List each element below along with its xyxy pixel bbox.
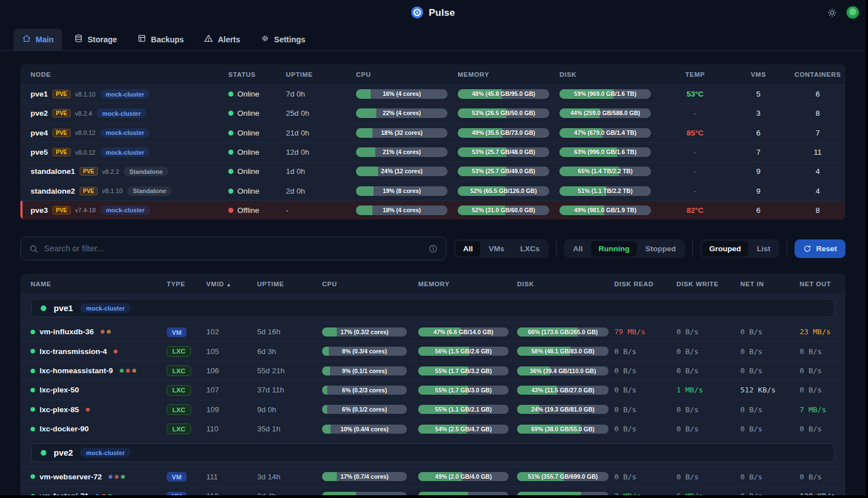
tab-alerts[interactable]: Alerts: [196, 29, 249, 50]
node-row[interactable]: standalone1PVEv8.2.2StandaloneOnline1d 0…: [20, 161, 845, 181]
node-row[interactable]: pve1PVEv8.1.10mock-clusterOnline7d 0h16%…: [20, 84, 845, 103]
guest-name: vm-fastapi-71: [40, 492, 89, 495]
guest-cpu-cell: 17% (0.3/2 cores): [322, 327, 418, 337]
running-dot: [31, 330, 35, 334]
offline-dot: [228, 208, 233, 213]
tab-storage[interactable]: Storage: [66, 29, 125, 50]
node-group-header[interactable]: pve1mock-cluster: [31, 299, 835, 317]
node-row[interactable]: pve4PVEv8.0.12mock-clusterOnline21d 0h18…: [20, 123, 845, 142]
tab-settings[interactable]: Settings: [252, 29, 314, 50]
guest-disk-read: 2 MB/s: [614, 492, 676, 495]
guest-cpu-cell: 10% (0.4/4 cores): [322, 425, 418, 434]
node-temp: -: [663, 109, 727, 117]
segment-running[interactable]: Running: [591, 241, 637, 256]
bar-label: 47% (679.0 GB/1.4 TB): [559, 128, 651, 138]
guests-col-header[interactable]: NAME: [31, 281, 167, 287]
guest-row[interactable]: lxc-homeassistant-9LXC10655d 21h9% (0.1/…: [20, 361, 845, 380]
guests-col-header[interactable]: NET IN: [740, 281, 800, 287]
node-version: v8.1.10: [75, 91, 96, 98]
filter-divider: [556, 241, 557, 256]
bar-label: 8% (0.3/4 cores): [322, 347, 407, 356]
segment-vms[interactable]: VMs: [481, 241, 512, 256]
guests-col-header[interactable]: TYPE: [167, 281, 206, 287]
guests-col-header[interactable]: VMID▲: [206, 281, 257, 287]
memory-bar: 54% (2.5 GB/4.7 GB): [418, 425, 509, 434]
nodes-col-header: DISK: [559, 71, 663, 78]
guests-col-header[interactable]: MEMORY: [418, 281, 517, 287]
segment-grouped[interactable]: Grouped: [702, 241, 748, 256]
segment-all[interactable]: All: [566, 241, 590, 256]
bar-label: 18% (32 cores): [356, 128, 448, 138]
segment-lxcs[interactable]: LXCs: [513, 241, 547, 256]
segment-list[interactable]: List: [749, 241, 778, 256]
guest-tag-dots: [86, 408, 90, 412]
node-disk-cell: 63% (996.0 GB/1.6 TB): [559, 147, 663, 157]
guest-net-out: 0 B/s: [800, 366, 845, 375]
node-row[interactable]: standalone2PVEv8.1.10StandaloneOnline2d …: [20, 181, 845, 200]
backups-icon: [137, 34, 146, 45]
guest-row[interactable]: lxc-transmission-4LXC1056d 3h8% (0.3/4 c…: [20, 341, 845, 360]
guest-disk-read: 0 B/s: [614, 386, 676, 394]
node-temp: 53°C: [663, 90, 727, 98]
guest-row[interactable]: vm-webserver-72VM1113d 14h17% (0.7/4 cor…: [20, 466, 845, 486]
guest-type-filter: AllVMsLXCs: [454, 239, 549, 258]
guest-memory-cell: 56% (1.5 GB/2.6 GB): [418, 347, 517, 356]
guest-row[interactable]: lxc-plex-85LXC1099d 0h6% (0.1/2 cores)55…: [20, 400, 845, 419]
tab-backups[interactable]: Backups: [129, 29, 192, 50]
info-icon[interactable]: [428, 244, 438, 254]
node-name-cell: standalone2PVEv8.1.10Standalone: [31, 186, 228, 196]
guest-row[interactable]: lxc-docker-90LXC11035d 1h10% (0.4/4 core…: [20, 419, 845, 438]
node-temp: -: [663, 167, 727, 176]
node-temp: -: [663, 187, 727, 195]
node-row[interactable]: pve3PVEv7.4-18mock-clusterOffline-18% (4…: [20, 200, 845, 220]
guests-col-header[interactable]: NET OUT: [800, 281, 845, 287]
segment-stopped[interactable]: Stopped: [638, 241, 683, 256]
guest-row[interactable]: lxc-plex-50LXC10737d 11h6% (0.2/3 cores)…: [20, 380, 845, 399]
memory-bar: 49% (35.5 GB/73.0 GB): [458, 128, 549, 138]
guest-name-cell: lxc-plex-50: [31, 386, 167, 394]
guests-col-header[interactable]: UPTIME: [257, 281, 322, 287]
running-dot: [31, 407, 35, 412]
node-name-cell: pve1PVEv8.1.10mock-cluster: [31, 89, 228, 99]
node-status: Offline: [228, 206, 286, 215]
guest-name: vm-influxdb-36: [40, 327, 94, 336]
search-box: [20, 237, 446, 260]
segment-all[interactable]: All: [455, 241, 480, 256]
nodes-col-header: CONTAINERS: [790, 71, 845, 78]
guests-col-header[interactable]: DISK: [517, 281, 614, 287]
tag-dot: [114, 350, 118, 353]
node-group-header[interactable]: pve2mock-cluster: [31, 443, 835, 462]
cpu-bar: 16% (4 cores): [356, 89, 448, 99]
pve-badge: PVE: [80, 187, 98, 195]
guest-disk-read: 0 B/s: [614, 366, 676, 375]
node-row[interactable]: pve2PVEv8.2.4mock-clusterOnline25d 0h22%…: [20, 103, 845, 123]
guest-disk-read: 0 B/s: [614, 347, 676, 356]
tab-main[interactable]: Main: [14, 29, 62, 50]
guest-disk-write: 0 B/s: [676, 473, 740, 481]
reset-button[interactable]: Reset: [795, 239, 845, 258]
node-temp: 82°C: [663, 206, 727, 215]
node-version: v8.2.4: [75, 110, 92, 117]
bar-label: 55% (1.7 GB/3.2 GB): [418, 366, 509, 375]
guests-col-header[interactable]: DISK WRITE: [676, 281, 740, 287]
view-mode-filter: GroupedList: [700, 239, 779, 258]
guest-name: lxc-plex-85: [40, 405, 79, 414]
search-input[interactable]: [44, 244, 423, 253]
bar-label: [322, 492, 407, 496]
guest-tag-dots: [108, 475, 125, 479]
pve-badge: PVE: [53, 90, 71, 98]
node-row[interactable]: pve5PVEv8.0.12mock-clusterOnline12d 0h21…: [20, 142, 845, 161]
cluster-badge: mock-cluster: [100, 128, 150, 138]
bar-label: 19% (8 cores): [356, 186, 448, 196]
guests-col-header[interactable]: CPU: [322, 281, 418, 287]
theme-toggle-sun-icon[interactable]: [827, 7, 837, 18]
connection-status-indicator[interactable]: [847, 6, 859, 19]
tag-dot: [121, 475, 125, 479]
guest-row[interactable]: vm-influxdb-36VM1025d 16h17% (0.3/2 core…: [20, 322, 845, 341]
cpu-bar: 8% (0.3/4 cores): [322, 347, 407, 356]
guest-type-cell: VM: [167, 327, 206, 338]
cpu-bar: 10% (0.4/4 cores): [322, 425, 407, 434]
guests-col-header[interactable]: DISK READ: [614, 281, 676, 287]
guest-row[interactable]: vm-fastapi-71VM1123d 4h2 MB/s6 MB/s0 B/s…: [20, 486, 845, 495]
online-dot: [41, 450, 46, 456]
